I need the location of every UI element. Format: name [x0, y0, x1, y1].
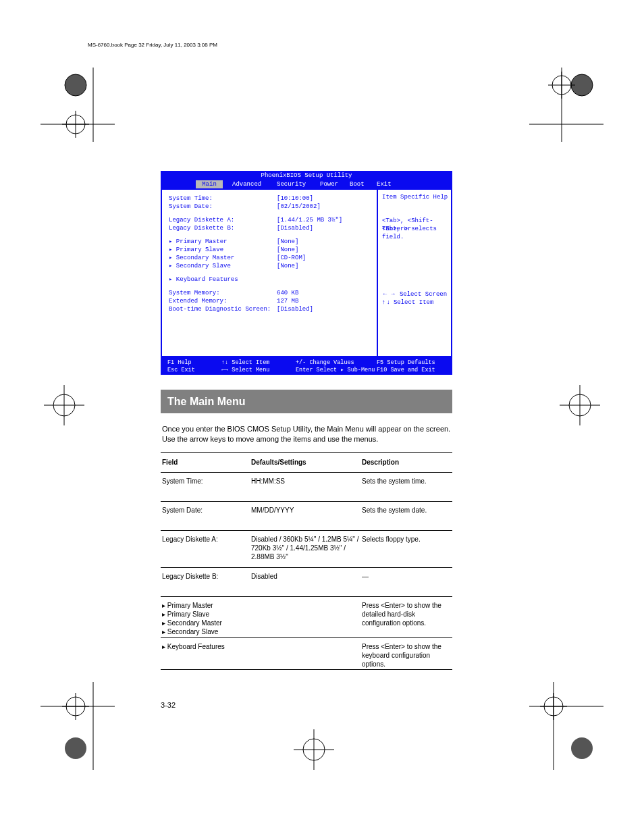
th-field: Field: [162, 459, 178, 466]
svg-point-31: [544, 697, 563, 716]
row-legacy-a[interactable]: Legacy Diskette A:[1.44/1.25 MB 3½"]: [169, 217, 377, 224]
foot-esc: Esc Exit: [167, 367, 195, 373]
row-primary-master[interactable]: ▸ Primary Master[None]: [169, 238, 377, 245]
svg-point-22: [66, 697, 85, 716]
bios-title: PhoenixBIOS Setup Utility: [161, 171, 452, 180]
foot-selmenu: ←→ Select Menu: [221, 367, 269, 373]
settings-table: Field Defaults/Settings Description Syst…: [161, 452, 452, 670]
help-select-item: ↑ ↓ Select Item: [382, 298, 433, 307]
crop-mark-icon: [529, 682, 603, 770]
table-row: ▸ Keyboard Features Press <Enter> to sho…: [161, 637, 452, 670]
th-settings: Defaults/Settings: [251, 459, 306, 466]
page: MS-6760.book Page 32 Friday, July 11, 20…: [0, 0, 644, 834]
svg-point-0: [65, 74, 86, 96]
table-row: Legacy Diskette A: Disabled / 360Kb 5¼" …: [161, 530, 452, 567]
tab-security[interactable]: Security: [277, 180, 306, 188]
svg-point-11: [552, 76, 571, 95]
svg-point-25: [65, 737, 86, 759]
table-row: ▸ Primary Master ▸ Primary Slave ▸ Secon…: [161, 596, 452, 637]
table-row: Legacy Diskette B: Disabled —: [161, 567, 452, 596]
crop-mark-icon: [41, 68, 115, 142]
svg-point-17: [569, 394, 591, 416]
foot-f10: F10 Save and Exit: [377, 367, 435, 373]
table-header: Field Defaults/Settings Description: [161, 452, 452, 472]
row-system-memory: System Memory:640 KB: [169, 290, 377, 296]
foot-chg: +/- Change Values: [296, 359, 354, 366]
row-system-date[interactable]: System Date:[02/15/2002]: [169, 203, 377, 210]
crop-mark-icon: [41, 382, 88, 429]
tab-boot[interactable]: Boot: [350, 180, 365, 188]
tab-power[interactable]: Power: [320, 180, 338, 188]
help-line: <Enter> selects field.: [382, 225, 451, 241]
crop-mark-icon: [556, 382, 603, 429]
table-row: System Time: HH:MM:SS Sets the system ti…: [161, 472, 452, 501]
arrows-ud-icon: ↑ ↓: [382, 298, 390, 305]
svg-point-26: [303, 739, 325, 760]
bios-screenshot: PhoenixBIOS Setup Utility Main Advanced …: [161, 171, 452, 375]
foot-f1: F1 Help: [167, 359, 192, 366]
crop-mark-icon: [529, 68, 603, 142]
svg-point-1: [65, 74, 86, 96]
svg-point-4: [66, 115, 85, 134]
row-secondary-master[interactable]: ▸ Secondary Master[CD-ROM]: [169, 255, 377, 261]
crop-mark-icon: [41, 682, 115, 770]
row-secondary-slave[interactable]: ▸ Secondary Slave[None]: [169, 263, 377, 269]
row-legacy-b[interactable]: Legacy Diskette B:[Disabled]: [169, 225, 377, 232]
running-header: MS-6760.book Page 32 Friday, July 11, 20…: [88, 42, 217, 48]
bios-tab-bar: Main Advanced Security Power Boot Exit: [161, 180, 452, 188]
row-system-time[interactable]: System Time:[10:10:00]: [169, 195, 377, 202]
svg-point-14: [53, 394, 75, 416]
svg-point-8: [571, 74, 593, 96]
row-keyboard-features[interactable]: ▸ Keyboard Features: [169, 276, 377, 283]
row-primary-slave[interactable]: ▸ Primary Slave[None]: [169, 246, 377, 253]
page-number: 3-32: [161, 701, 176, 709]
bios-help-pane: Item Specific Help <Tab>, <Shift-Tab>, o…: [377, 190, 451, 356]
row-extended-memory: Extended Memory:127 MB: [169, 298, 377, 305]
th-description: Description: [362, 459, 399, 466]
tab-main[interactable]: Main: [196, 180, 223, 188]
bios-footer: F1 Help ↑↓ Select Item +/- Change Values…: [161, 357, 452, 375]
section-intro: Once you enter the BIOS CMOS Setup Utili…: [162, 424, 451, 444]
svg-point-7: [571, 74, 593, 96]
tab-exit[interactable]: Exit: [377, 180, 392, 188]
crop-mark-icon: [290, 726, 338, 773]
bios-left-pane: System Time:[10:10:00] System Date:[02/1…: [162, 190, 377, 356]
tab-advanced[interactable]: Advanced: [232, 180, 261, 188]
foot-f5: F5 Setup Defaults: [377, 359, 435, 366]
foot-sub: Enter Select ▸ Sub-Menu: [296, 367, 375, 373]
section-title: The Main Menu: [161, 390, 452, 413]
svg-point-34: [571, 737, 593, 759]
help-title: Item Specific Help: [382, 194, 448, 201]
table-row: System Date: MM/DD/YYYY Sets the system …: [161, 501, 452, 530]
arrows-lr-icon: ← →: [382, 290, 396, 297]
foot-selitem: ↑↓ Select Item: [221, 359, 269, 366]
row-boot-diag[interactable]: Boot-time Diagnostic Screen:[Disabled]: [169, 306, 377, 313]
